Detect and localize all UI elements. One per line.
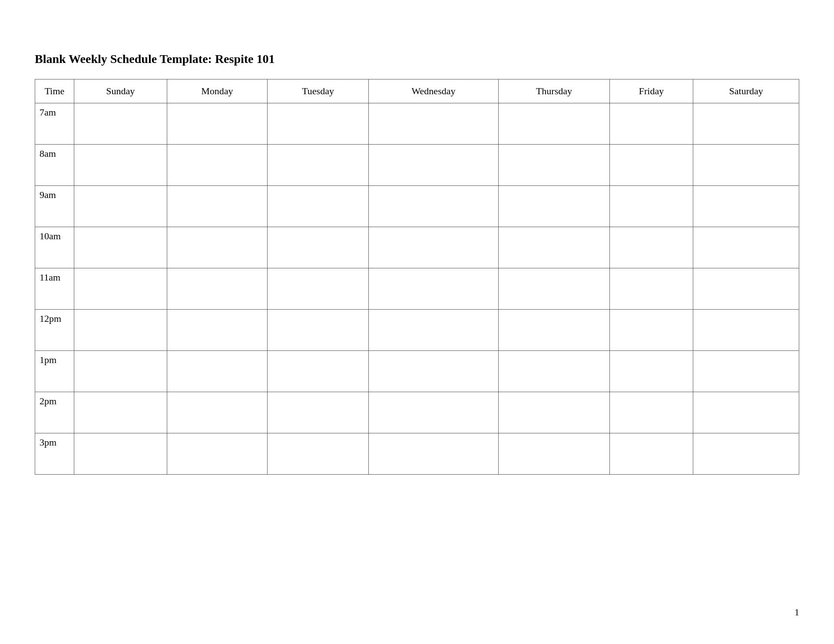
cell-sunday-11am[interactable]	[74, 268, 167, 310]
cell-tuesday-3pm[interactable]	[268, 433, 369, 475]
cell-wednesday-3pm[interactable]	[368, 433, 498, 475]
cell-saturday-2pm[interactable]	[693, 392, 799, 433]
cell-friday-10am[interactable]	[609, 227, 693, 268]
cell-friday-8am[interactable]	[609, 145, 693, 186]
cell-tuesday-1pm[interactable]	[268, 351, 369, 392]
cell-saturday-12pm[interactable]	[693, 310, 799, 351]
time-cell: 12pm	[35, 310, 74, 351]
cell-monday-8am[interactable]	[167, 145, 268, 186]
cell-sunday-3pm[interactable]	[74, 433, 167, 475]
cell-saturday-7am[interactable]	[693, 103, 799, 145]
cell-thursday-1pm[interactable]	[499, 351, 610, 392]
table-row: 3pm	[35, 433, 799, 475]
cell-wednesday-2pm[interactable]	[368, 392, 498, 433]
cell-tuesday-8am[interactable]	[268, 145, 369, 186]
page-title: Blank Weekly Schedule Template: Respite …	[35, 52, 799, 66]
page-number: 1	[794, 607, 799, 618]
cell-saturday-11am[interactable]	[693, 268, 799, 310]
cell-thursday-10am[interactable]	[499, 227, 610, 268]
header-friday: Friday	[609, 79, 693, 103]
cell-tuesday-7am[interactable]	[268, 103, 369, 145]
cell-friday-11am[interactable]	[609, 268, 693, 310]
schedule-body: 7am8am9am10am11am12pm1pm2pm3pm	[35, 103, 799, 475]
cell-friday-1pm[interactable]	[609, 351, 693, 392]
cell-thursday-3pm[interactable]	[499, 433, 610, 475]
table-row: 11am	[35, 268, 799, 310]
cell-tuesday-11am[interactable]	[268, 268, 369, 310]
cell-monday-10am[interactable]	[167, 227, 268, 268]
table-row: 7am	[35, 103, 799, 145]
cell-monday-1pm[interactable]	[167, 351, 268, 392]
cell-thursday-2pm[interactable]	[499, 392, 610, 433]
cell-sunday-8am[interactable]	[74, 145, 167, 186]
cell-friday-12pm[interactable]	[609, 310, 693, 351]
header-time: Time	[35, 79, 74, 103]
cell-friday-3pm[interactable]	[609, 433, 693, 475]
cell-wednesday-8am[interactable]	[368, 145, 498, 186]
header-thursday: Thursday	[499, 79, 610, 103]
cell-monday-9am[interactable]	[167, 186, 268, 227]
cell-thursday-7am[interactable]	[499, 103, 610, 145]
time-cell: 1pm	[35, 351, 74, 392]
cell-wednesday-1pm[interactable]	[368, 351, 498, 392]
header-monday: Monday	[167, 79, 268, 103]
cell-saturday-10am[interactable]	[693, 227, 799, 268]
cell-saturday-9am[interactable]	[693, 186, 799, 227]
time-cell: 11am	[35, 268, 74, 310]
cell-monday-3pm[interactable]	[167, 433, 268, 475]
cell-saturday-8am[interactable]	[693, 145, 799, 186]
cell-saturday-3pm[interactable]	[693, 433, 799, 475]
cell-monday-7am[interactable]	[167, 103, 268, 145]
cell-wednesday-9am[interactable]	[368, 186, 498, 227]
time-cell: 8am	[35, 145, 74, 186]
table-row: 2pm	[35, 392, 799, 433]
cell-tuesday-2pm[interactable]	[268, 392, 369, 433]
table-row: 1pm	[35, 351, 799, 392]
table-row: 8am	[35, 145, 799, 186]
cell-thursday-8am[interactable]	[499, 145, 610, 186]
cell-sunday-9am[interactable]	[74, 186, 167, 227]
cell-saturday-1pm[interactable]	[693, 351, 799, 392]
time-cell: 7am	[35, 103, 74, 145]
cell-sunday-10am[interactable]	[74, 227, 167, 268]
cell-tuesday-10am[interactable]	[268, 227, 369, 268]
time-cell: 3pm	[35, 433, 74, 475]
cell-sunday-1pm[interactable]	[74, 351, 167, 392]
cell-wednesday-7am[interactable]	[368, 103, 498, 145]
header-tuesday: Tuesday	[268, 79, 369, 103]
cell-thursday-11am[interactable]	[499, 268, 610, 310]
table-row: 9am	[35, 186, 799, 227]
cell-thursday-12pm[interactable]	[499, 310, 610, 351]
cell-monday-2pm[interactable]	[167, 392, 268, 433]
table-row: 10am	[35, 227, 799, 268]
cell-friday-9am[interactable]	[609, 186, 693, 227]
cell-wednesday-12pm[interactable]	[368, 310, 498, 351]
schedule-table: Time Sunday Monday Tuesday Wednesday Thu…	[35, 79, 799, 475]
time-cell: 9am	[35, 186, 74, 227]
cell-thursday-9am[interactable]	[499, 186, 610, 227]
cell-sunday-2pm[interactable]	[74, 392, 167, 433]
header-sunday: Sunday	[74, 79, 167, 103]
cell-friday-7am[interactable]	[609, 103, 693, 145]
cell-monday-11am[interactable]	[167, 268, 268, 310]
header-wednesday: Wednesday	[368, 79, 498, 103]
cell-tuesday-9am[interactable]	[268, 186, 369, 227]
table-row: 12pm	[35, 310, 799, 351]
header-saturday: Saturday	[693, 79, 799, 103]
page-container: Blank Weekly Schedule Template: Respite …	[0, 0, 834, 509]
cell-tuesday-12pm[interactable]	[268, 310, 369, 351]
header-row: Time Sunday Monday Tuesday Wednesday Thu…	[35, 79, 799, 103]
cell-sunday-12pm[interactable]	[74, 310, 167, 351]
cell-wednesday-11am[interactable]	[368, 268, 498, 310]
cell-sunday-7am[interactable]	[74, 103, 167, 145]
time-cell: 2pm	[35, 392, 74, 433]
cell-wednesday-10am[interactable]	[368, 227, 498, 268]
cell-monday-12pm[interactable]	[167, 310, 268, 351]
cell-friday-2pm[interactable]	[609, 392, 693, 433]
time-cell: 10am	[35, 227, 74, 268]
